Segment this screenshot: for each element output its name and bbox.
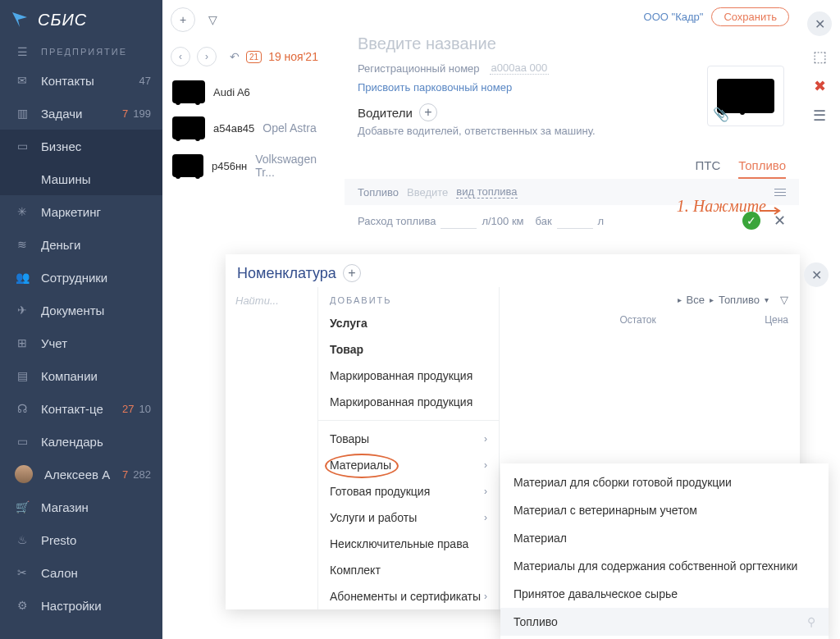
menu-item[interactable]: Товары› [318, 426, 499, 452]
submenu-item[interactable]: Материал с ветеринарным учетом [500, 496, 829, 524]
submenu-item[interactable]: Материалы для содержания собственной орг… [500, 552, 829, 580]
list-head: ‹ › ↶ 21 19 ноя'21 [162, 39, 345, 74]
sidebar-item-label: Бизнес [41, 139, 151, 153]
sidebar-item-label: Задачи [41, 107, 111, 121]
add-menu: ДОБАВИТЬ Услуга Товар Маркированная прод… [317, 287, 500, 609]
brand-text: СБИС [38, 11, 87, 30]
sidebar-item-presto[interactable]: ♨Presto [0, 523, 162, 556]
menu-item[interactable]: Абонементы и сертификаты› [318, 583, 499, 609]
title-input[interactable]: Введите название [358, 33, 614, 58]
prev-button[interactable]: ‹ [171, 47, 190, 66]
tank-unit: л [598, 215, 605, 227]
close-popup-button[interactable]: ✕ [804, 262, 829, 287]
menu-label: Услуги и работы [330, 511, 417, 524]
popup-title: Номенклатура [237, 265, 336, 282]
sidebar-item-contacts[interactable]: ✉ Контакты 47 [0, 64, 162, 97]
parking-link[interactable]: Присвоить парковочный номер [358, 81, 512, 94]
attach-icon[interactable]: 📎 [713, 107, 729, 122]
sidebar-item-business[interactable]: ▭ Бизнес [0, 130, 162, 162]
sidebar-item-accounting[interactable]: ⊞Учет [0, 326, 162, 359]
menu-icon[interactable]: ☰ [15, 44, 30, 59]
tab-fuel[interactable]: Топливо [738, 158, 786, 179]
building-icon: ▤ [15, 368, 30, 383]
sidebar-item-marketing[interactable]: ✳Маркетинг [0, 195, 162, 228]
submenu-item-fuel[interactable]: Топливо⚲ [500, 608, 829, 636]
calendar-icon[interactable]: 21 [246, 51, 262, 63]
car-panel: ООО "Кадр" Сохранить Введите название Ре… [345, 0, 799, 236]
sidebar-item-shop[interactable]: 🛒Магазин [0, 491, 162, 523]
tabs: ПТС Топливо [345, 147, 799, 179]
date-text[interactable]: 19 ноя'21 [268, 50, 318, 63]
submenu-item[interactable]: Материал для сборки готовой продукции [500, 468, 829, 496]
tag-icon[interactable]: ⬚ [813, 48, 827, 66]
sidebar-item-calendar[interactable]: ▭Календарь [0, 425, 162, 458]
chevron-down-icon[interactable]: ▾ [765, 295, 769, 304]
menu-item[interactable]: Маркированная продукция [318, 389, 499, 415]
submenu-item[interactable]: Принятое давальческое сырье [500, 580, 829, 608]
menu-item[interactable]: Услуга [318, 310, 499, 336]
sidebar-item-label: Контакт-це [41, 402, 111, 416]
breadcrumb[interactable]: ▸Все ▸Топливо ▾ ▽ [511, 294, 788, 306]
close-panel-button[interactable]: ✕ [807, 11, 832, 36]
undo-icon[interactable]: ↶ [230, 50, 240, 63]
pin-icon[interactable]: ⚲ [807, 615, 815, 628]
people-icon: 👥 [15, 270, 30, 285]
menu-item-materials[interactable]: Материалы› [318, 452, 499, 478]
sidebar-item-settings[interactable]: ⚙Настройки [0, 589, 162, 622]
consume-input[interactable] [441, 212, 477, 229]
chevron-right-icon: › [484, 591, 487, 602]
reg-input[interactable]: а000аа 000 [490, 62, 550, 75]
car-image[interactable]: 📎 [707, 66, 784, 126]
menu-item[interactable]: Комплект [318, 557, 499, 583]
menu-item[interactable]: Маркированная продукция [318, 363, 499, 389]
menu-label: Неисключительные права [330, 537, 468, 550]
add-driver-button[interactable]: + [419, 103, 437, 121]
crumb-all[interactable]: Все [687, 294, 705, 306]
tab-pts[interactable]: ПТС [695, 158, 720, 179]
sidebar-item-companies[interactable]: ▤Компании [0, 359, 162, 392]
car-thumb-icon [172, 80, 205, 103]
sidebar-item-staff[interactable]: 👥Сотрудники [0, 261, 162, 294]
count-badge: 282 [133, 468, 151, 481]
list-icon[interactable] [774, 189, 786, 196]
sidebar-item-label: Алексеев А [44, 468, 111, 482]
menu-item[interactable]: Готовая продукция› [318, 478, 499, 504]
menu-item[interactable]: Услуги и работы› [318, 504, 499, 531]
add-button[interactable]: + [171, 7, 195, 32]
car-row[interactable]: a54ав45 Opel Astra [162, 110, 345, 146]
filter-icon[interactable]: ▽ [780, 294, 788, 306]
sidebar-item-salon[interactable]: ✂Салон [0, 556, 162, 589]
delete-icon[interactable]: ✖ [814, 77, 826, 95]
org-link[interactable]: ООО "Кадр" [644, 11, 704, 23]
list-icon[interactable]: ☰ [813, 107, 826, 125]
col-rest: Остаток [619, 314, 655, 326]
sidebar-item-tasks[interactable]: ▥ Задачи 7199 [0, 97, 162, 130]
confirm-icon[interactable]: ✓ [742, 212, 760, 230]
next-button[interactable]: › [197, 47, 217, 66]
sidebar-item-money[interactable]: ≋Деньги [0, 228, 162, 261]
logo: СБИС [0, 0, 162, 39]
briefcase-icon: ▭ [15, 139, 30, 153]
car-row[interactable]: Audi A6 [162, 74, 345, 110]
sidebar-item-label: Салон [41, 566, 151, 580]
menu-item[interactable]: Неисключительные права [318, 531, 499, 557]
menu-item[interactable]: Товар [318, 336, 499, 363]
count-badge: 7 [122, 107, 128, 120]
search-input[interactable]: Найти... [235, 294, 279, 307]
tank-input[interactable] [557, 212, 593, 229]
crumb-fuel[interactable]: Топливо [719, 294, 760, 306]
sidebar-item-contact-center[interactable]: ☊Контакт-це2710 [0, 392, 162, 425]
sidebar-item-label: Машины [41, 172, 151, 186]
fuel-type-link[interactable]: вид топлива [456, 185, 517, 199]
submenu-item[interactable]: Материал [500, 524, 829, 552]
sidebar-item-user[interactable]: Алексеев А7282 [0, 458, 162, 491]
add-nomenclature-button[interactable]: + [343, 264, 361, 282]
filter-icon[interactable]: ▽ [200, 7, 225, 32]
sidebar-item-docs[interactable]: ✈Документы [0, 294, 162, 326]
car-list: ‹ › ↶ 21 19 ноя'21 Audi A6 a54ав45 Opel … [162, 39, 345, 185]
save-button[interactable]: Сохранить [711, 7, 789, 26]
sidebar-item-cars[interactable]: Машины [0, 162, 162, 195]
menu-label: Абонементы и сертификаты [330, 590, 481, 603]
subheader-text: ПРЕДПРИЯТИЕ [41, 47, 127, 57]
car-row[interactable]: р456нн Volkswagen Tr... [162, 146, 345, 185]
